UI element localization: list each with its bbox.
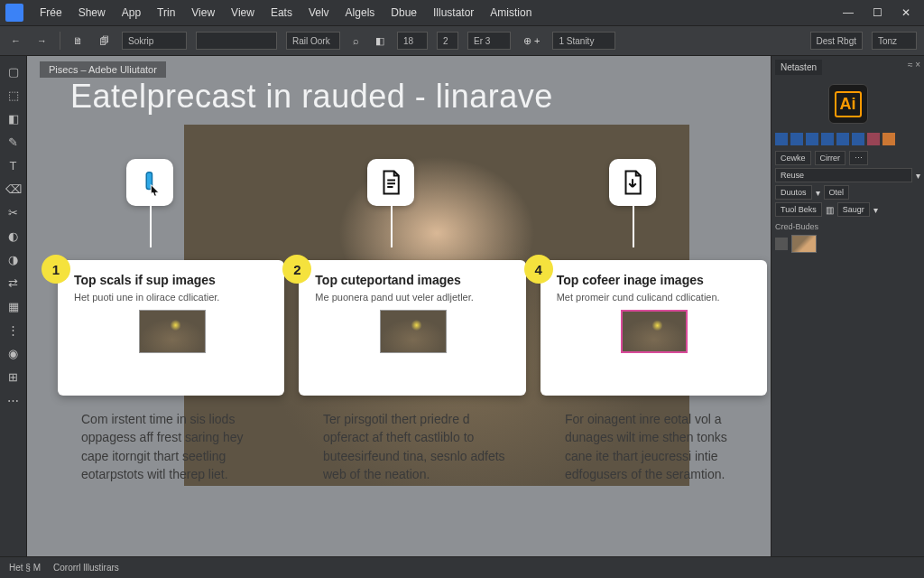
- window-controls: — ☐ ✕: [836, 4, 919, 22]
- value-2-field[interactable]: 2: [437, 32, 458, 50]
- prop-saugr[interactable]: Saugr: [837, 202, 870, 217]
- style-field2[interactable]: Rail Oork: [286, 32, 340, 50]
- style-field[interactable]: [196, 32, 277, 50]
- tool-scale[interactable]: ◑: [4, 249, 23, 269]
- tool-color[interactable]: ◉: [4, 343, 23, 363]
- canvas[interactable]: Pisecs – Adebe Uliutator Eatelprecast in…: [27, 56, 771, 556]
- value-3-field[interactable]: Er 3: [467, 32, 511, 50]
- copy-icon[interactable]: 🗐: [96, 33, 113, 48]
- tool-more[interactable]: ⋮: [4, 320, 23, 340]
- value-4-field[interactable]: 1 Stanity: [552, 32, 615, 50]
- prop-label-1[interactable]: Cewke: [775, 151, 811, 165]
- window-maximize-button[interactable]: ☐: [864, 4, 890, 22]
- tool-pen[interactable]: ✎: [4, 132, 23, 152]
- doc-icon[interactable]: 🗎: [69, 33, 87, 48]
- layer-thumb[interactable]: [791, 235, 817, 253]
- card-1-sub: Het puoti une in olirace cdlicatier.: [74, 292, 270, 303]
- layer-icon[interactable]: [775, 238, 788, 250]
- search-icon[interactable]: ⌕: [349, 33, 363, 48]
- menu-algels[interactable]: Algels: [338, 4, 383, 22]
- tool-rotate[interactable]: ◐: [4, 226, 23, 246]
- paragraph-3: For oinagent inre eotal vol a dunages wi…: [565, 410, 753, 483]
- grid-icon[interactable]: ▥: [826, 205, 834, 215]
- prop-label-2[interactable]: Cirrer: [815, 151, 846, 165]
- mode-icon-8[interactable]: [882, 133, 895, 145]
- tool-scissors[interactable]: ✂: [4, 202, 23, 222]
- tool-artboard[interactable]: ◧: [4, 108, 23, 128]
- menu-app[interactable]: App: [115, 4, 148, 22]
- card-3-body[interactable]: Top cofeer inage images Met promeir cund…: [541, 260, 767, 396]
- mode-icon-7[interactable]: [867, 133, 880, 145]
- menu-view1[interactable]: View: [184, 4, 222, 22]
- status-left: Het § M: [9, 563, 41, 573]
- mode-icon-3[interactable]: [806, 133, 818, 145]
- prop-duutos[interactable]: Duutos: [775, 185, 812, 200]
- menu-amistion[interactable]: Amistion: [483, 4, 539, 22]
- panel-menu-icon[interactable]: ≈ ×: [908, 60, 920, 70]
- menu-eats[interactable]: Eats: [263, 4, 300, 22]
- tool-layout[interactable]: ⊞: [4, 367, 23, 387]
- tool-swap[interactable]: ⇄: [4, 273, 23, 293]
- menu-free[interactable]: Frée: [32, 4, 69, 22]
- chevron-down-icon[interactable]: ▾: [816, 188, 820, 198]
- mode-icon-1[interactable]: [775, 133, 788, 145]
- card-1-cursor-icon: [126, 159, 173, 206]
- card-2-body[interactable]: Top cuteportand images Me puonera pand u…: [299, 260, 525, 396]
- window-close-button[interactable]: ✕: [893, 4, 919, 22]
- menu-view2[interactable]: View: [224, 4, 262, 22]
- card-2-sub: Me puonera pand uut veler adljetler.: [315, 292, 511, 303]
- body-paragraphs: Com irstent time in sis liods oppagess a…: [81, 410, 753, 483]
- card-3: 4 Top cofeer inage images Met promeir cu…: [541, 260, 767, 396]
- panel-subhead: Cred-Budes: [775, 222, 920, 231]
- nav-fwd-button[interactable]: →: [33, 33, 51, 48]
- panel-tab[interactable]: Netasten: [775, 60, 822, 75]
- paragraph-2: Ter pirsgotil thert priedre d opferact a…: [323, 410, 511, 483]
- right-ctrl-2[interactable]: Tonz: [872, 32, 917, 50]
- mode-icon-4[interactable]: [821, 133, 834, 145]
- card-2: 2 Top cuteportand images Me puonera pand…: [299, 260, 525, 396]
- chevron-down-icon[interactable]: ▾: [873, 205, 878, 215]
- menu-dbue[interactable]: Dbue: [383, 4, 424, 22]
- tool-grid[interactable]: ▦: [4, 296, 23, 316]
- card-3-title: Top cofeer inage images: [557, 273, 753, 287]
- mode-icon-5[interactable]: [836, 133, 849, 145]
- menu-shew[interactable]: Shew: [71, 4, 113, 22]
- panel-row-1: Cewke Cirrer ⋯: [775, 151, 920, 165]
- document-tab[interactable]: Pisecs – Adebe Uliutator: [40, 61, 166, 78]
- prop-tuolbeks[interactable]: Tuol Beks: [775, 202, 822, 217]
- menu-illustator[interactable]: Illustator: [426, 4, 481, 22]
- value-1-field[interactable]: 18: [397, 32, 428, 50]
- tool-direct[interactable]: ⬚: [4, 85, 23, 105]
- card-2-title: Top cuteportand images: [315, 273, 511, 287]
- options-bar: ← → 🗎 🗐 Sokrip Rail Oork ⌕ ◧ 18 2 Er 3 ⊕…: [0, 25, 924, 56]
- prop-more-icon[interactable]: ⋯: [849, 151, 868, 165]
- card-1: 1 Top scals if sup images Het puoti une …: [58, 260, 284, 396]
- tool-eraser[interactable]: ⌫: [4, 179, 23, 199]
- panel-row-3: Duutos ▾ Otel: [775, 185, 920, 200]
- add-button[interactable]: ⊕ +: [520, 33, 543, 49]
- menu-trin[interactable]: Trin: [150, 4, 182, 22]
- prop-reuse-select[interactable]: Reuse: [775, 168, 912, 182]
- prop-otel[interactable]: Otel: [824, 185, 850, 200]
- card-3-thumb: [621, 310, 688, 353]
- menu-bar: Frée Shew App Trin View View Eats Velv A…: [0, 0, 924, 25]
- fill-swatch-icon[interactable]: ◧: [372, 33, 388, 49]
- chevron-down-icon[interactable]: ▾: [916, 171, 920, 181]
- nav-back-button[interactable]: ←: [7, 33, 24, 48]
- tool-panel: ▢ ⬚ ◧ ✎ T ⌫ ✂ ◐ ◑ ⇄ ▦ ⋮ ◉ ⊞ ⋯: [0, 56, 27, 556]
- status-label: Cororrl lllustirars: [53, 563, 119, 573]
- tool-extra[interactable]: ⋯: [4, 390, 23, 410]
- card-1-body[interactable]: Top scals if sup images Het puoti une in…: [58, 260, 284, 396]
- right-ctrl-1[interactable]: Dest Rbgt: [810, 32, 863, 50]
- preset-select[interactable]: Sokrip: [122, 32, 187, 50]
- tool-selection[interactable]: ▢: [4, 61, 23, 81]
- tool-type[interactable]: T: [4, 155, 23, 175]
- mode-icon-2[interactable]: [790, 133, 803, 145]
- app-logo-icon: [5, 4, 23, 22]
- menu-velv[interactable]: Velv: [301, 4, 337, 22]
- window-minimize-button[interactable]: —: [836, 4, 861, 22]
- ai-badge-icon: Ai: [828, 84, 868, 124]
- card-1-badge: 1: [42, 255, 70, 284]
- mode-icon-6[interactable]: [852, 133, 864, 145]
- status-bar: Het § M Cororrl lllustirars: [0, 556, 924, 578]
